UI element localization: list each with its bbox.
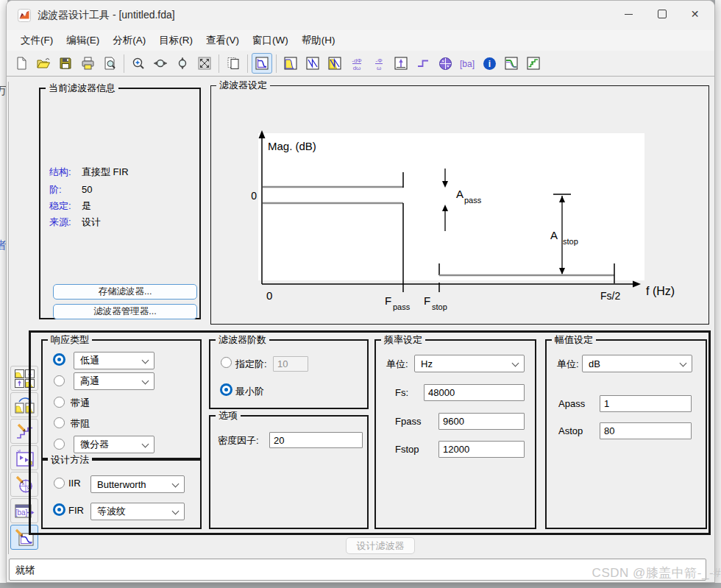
maximize-icon (658, 10, 667, 18)
minimum-order-label: 最小阶 (235, 385, 264, 398)
full-view-button[interactable] (194, 53, 215, 74)
density-factor-input[interactable] (269, 432, 363, 448)
magnitude-and-phase-button[interactable] (324, 53, 345, 74)
fs-label: Fs: (395, 387, 408, 398)
fpass-input[interactable] (438, 413, 525, 430)
window-controls: ✕ (612, 2, 711, 26)
design-method-panel: 设计方法 IIR Butterworth FIR 等波纹 (41, 459, 202, 529)
maximize-button[interactable] (645, 2, 678, 26)
menu-window[interactable]: 窗口(W) (246, 31, 295, 50)
iir-method-dropdown[interactable]: Butterworth (90, 475, 185, 493)
minimize-button[interactable] (612, 2, 645, 26)
design-filter-button[interactable]: 设计滤波器 (346, 537, 415, 554)
fs-input[interactable] (424, 384, 525, 401)
iir-radio[interactable] (54, 478, 65, 489)
svg-text:Mag. (dB): Mag. (dB) (268, 140, 316, 152)
store-filter-button[interactable]: 存储滤波器... (53, 284, 197, 300)
structure-label: 结构: (49, 166, 82, 179)
matlab-icon (18, 9, 31, 22)
differentiator-radio[interactable] (54, 439, 65, 450)
zoom-x-button[interactable] (150, 53, 171, 74)
print-to-figure-icon (227, 57, 240, 70)
menu-targets[interactable]: 目标(R) (152, 31, 199, 50)
bandpass-radio[interactable] (54, 397, 65, 408)
save-button[interactable] (55, 53, 76, 74)
frequency-units-dropdown[interactable]: Hz (414, 355, 525, 372)
highpass-radio[interactable] (54, 375, 65, 386)
svg-text:f (Hz): f (Hz) (646, 285, 675, 297)
group-delay-button[interactable]: -dΦdω (347, 53, 367, 74)
filter-manager-button[interactable]: 滤波器管理器... (53, 304, 197, 319)
impulse-response-icon (394, 57, 408, 70)
phase-delay-button[interactable]: -Φω (369, 53, 389, 74)
svg-text:0: 0 (266, 289, 272, 302)
specify-order-label: 指定阶: (235, 358, 267, 371)
magnitude-response-button[interactable] (280, 53, 301, 74)
new-file-button[interactable] (11, 53, 32, 74)
lowpass-dropdown[interactable]: 低通 (74, 352, 154, 369)
menu-view[interactable]: 查看(V) (199, 31, 246, 50)
bandstop-radio[interactable] (54, 417, 65, 428)
zoom-x-icon (153, 57, 168, 70)
step-response-button[interactable] (413, 53, 433, 74)
menu-bar: 文件(F) 编辑(E) 分析(A) 目标(R) 查看(V) 窗口(W) 帮助(H… (7, 30, 714, 51)
filter-information-button[interactable]: i (479, 53, 500, 74)
svg-text:[ba]: [ba] (15, 509, 27, 517)
open-file-button[interactable] (33, 53, 54, 74)
chevron-down-icon (142, 357, 149, 364)
zoom-in-button[interactable] (128, 53, 149, 74)
density-factor-label: 密度因子: (218, 434, 259, 447)
svg-text:0: 0 (251, 190, 257, 202)
print-button[interactable] (77, 53, 98, 74)
titlebar: 滤波器设计工具 - [untitled.fda] ✕ (7, 1, 714, 30)
bandstop-label: 带阻 (71, 417, 90, 431)
round-stairs-button[interactable] (523, 53, 544, 74)
impulse-response-button[interactable] (391, 53, 411, 74)
current-filter-info-title: 当前滤波器信息 (46, 82, 118, 94)
order-label: 阶: (49, 183, 82, 196)
magnitude-units-value: dB (589, 358, 600, 369)
menu-edit[interactable]: 编辑(E) (60, 31, 106, 50)
fir-method-dropdown[interactable]: 等波纹 (90, 503, 185, 520)
highpass-dropdown[interactable]: 高通 (74, 372, 154, 390)
magnitude-units-dropdown[interactable]: dB (582, 355, 692, 372)
print-preview-icon (103, 57, 116, 70)
source-value: 设计 (82, 216, 101, 227)
filter-design-overlay-button[interactable] (501, 53, 522, 74)
menu-help[interactable]: 帮助(H) (295, 31, 342, 50)
current-filter-info-panel: 当前滤波器信息 结构:直接型 FIR 阶:50 稳定:是 来源:设计 存储滤波器… (39, 88, 201, 319)
filter-specifications-title: 滤波器设定 (216, 79, 270, 91)
chevron-down-icon (172, 481, 180, 488)
filter-structure-row: 结构:直接型 FIR (49, 166, 129, 179)
menu-analysis[interactable]: 分析(A) (106, 31, 152, 50)
differentiator-dropdown[interactable]: 微分器 (74, 436, 154, 453)
svg-text:stop: stop (432, 302, 447, 311)
order-value: 50 (82, 184, 92, 195)
astop-input[interactable] (600, 422, 692, 439)
magnitude-units-label: 单位: (557, 358, 579, 371)
filter-specifications-button[interactable] (252, 53, 272, 74)
phase-response-button[interactable] (302, 53, 323, 74)
magnitude-spec-title: 幅值设定 (552, 334, 596, 346)
print-to-figure-button[interactable] (223, 53, 244, 74)
magnitude-response-icon (284, 57, 297, 70)
specify-order-radio[interactable] (221, 357, 232, 368)
pole-zero-plot-button[interactable] (435, 53, 455, 74)
status-text: 就绪 (15, 564, 35, 575)
menu-file[interactable]: 文件(F) (14, 31, 60, 50)
pole-zero-plot-icon (438, 57, 452, 71)
new-file-icon (15, 57, 28, 70)
zoom-y-button[interactable] (172, 53, 193, 74)
zoom-y-icon (176, 57, 189, 70)
fstop-input[interactable] (438, 441, 525, 458)
filter-coefficients-button[interactable]: [ba] (457, 53, 477, 74)
print-preview-button[interactable] (99, 53, 120, 74)
minimum-order-radio[interactable] (220, 383, 232, 396)
close-button[interactable]: ✕ (678, 2, 711, 26)
fir-radio[interactable] (53, 503, 65, 516)
specify-order-input[interactable] (273, 356, 308, 372)
apass-input[interactable] (600, 395, 692, 412)
lowpass-radio[interactable] (53, 353, 65, 366)
highpass-dropdown-value: 高通 (80, 375, 99, 388)
options-title: 选项 (216, 410, 241, 422)
